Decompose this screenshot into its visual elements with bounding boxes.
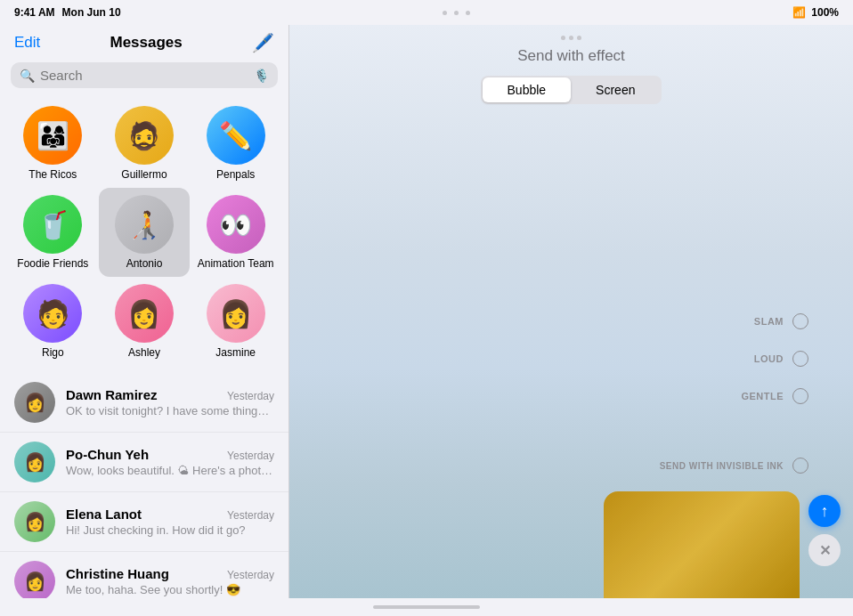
penpals-avatar: ✏️ <box>207 106 265 165</box>
christine-huang-top-row: Christine HuangYesterday <box>66 566 274 581</box>
pinned-contact-ashley[interactable]: 👩Ashley <box>99 277 191 366</box>
top-dot-2 <box>569 36 573 40</box>
search-icon: 🔍 <box>20 69 35 83</box>
elena-lanot-name: Elena Lanot <box>66 507 142 522</box>
wifi-icon: 📶 <box>792 6 806 19</box>
message-item-elena-lanot[interactable]: 👩Elena LanotYesterdayHi! Just checking i… <box>0 492 288 552</box>
right-content: Send with effect Bubble Screen SLAM <box>289 25 853 598</box>
search-bar: 🔍 🎙️ <box>11 62 278 88</box>
loud-radio[interactable] <box>792 351 808 367</box>
send-effect-panel: Send with effect Bubble Screen SLAM <box>289 25 853 598</box>
top-dot-1 <box>561 36 565 40</box>
the-ricos-avatar: 👨‍👩‍👧 <box>23 106 82 165</box>
microphone-icon[interactable]: 🎙️ <box>254 69 269 83</box>
slam-option[interactable]: SLAM <box>754 313 808 329</box>
dot-1 <box>443 11 447 15</box>
top-dot-3 <box>577 36 581 40</box>
loud-option[interactable]: LOUD <box>754 351 808 367</box>
screen-tab[interactable]: Screen <box>571 77 660 102</box>
pochun-yeh-top-row: Po-Chun YehYesterday <box>66 447 274 462</box>
invisible-ink-option[interactable]: SEND WITH INVISIBLE INK <box>660 458 808 474</box>
dawn-ramirez-time: Yesterday <box>227 390 274 402</box>
penpals-label: Penpals <box>216 168 255 181</box>
send-effect-title: Send with effect <box>289 47 853 65</box>
gentle-option[interactable]: GENTLE <box>741 388 808 404</box>
status-bar: 9:41 AM Mon Jun 10 📶 100% <box>0 0 853 25</box>
message-preview-card <box>604 491 800 598</box>
battery-icon: 100% <box>811 6 839 19</box>
cancel-x-icon: ✕ <box>819 542 831 559</box>
status-date: Mon Jun 10 <box>62 6 121 19</box>
edit-button[interactable]: Edit <box>14 34 40 52</box>
pinned-contact-the-ricos[interactable]: 👨‍👩‍👧The Ricos <box>7 99 99 188</box>
effect-toggle: Bubble Screen <box>289 76 853 104</box>
pinned-contact-penpals[interactable]: ✏️Penpals <box>190 99 281 188</box>
bubble-tab[interactable]: Bubble <box>483 77 572 102</box>
effect-preview-area: SLAM LOUD GENTLE SEND WITH INVISIBLE INK <box>289 118 853 598</box>
slam-label: SLAM <box>754 316 784 327</box>
christine-huang-preview: Me too, haha. See you shortly! 😎 <box>66 583 274 596</box>
rigo-label: Rigo <box>42 346 64 359</box>
pinned-contact-foodie-friends[interactable]: 🥤Foodie Friends <box>7 188 99 277</box>
cancel-button[interactable]: ✕ <box>808 534 841 566</box>
jasmine-avatar: 👩 <box>207 284 265 343</box>
dot-2 <box>454 11 459 15</box>
search-input[interactable] <box>40 68 248 83</box>
message-item-dawn-ramirez[interactable]: 👩Dawn RamirezYesterdayOK to visit tonigh… <box>0 373 288 433</box>
pochun-yeh-name: Po-Chun Yeh <box>66 447 149 462</box>
home-indicator <box>0 598 853 616</box>
status-bar-left: 9:41 AM Mon Jun 10 <box>14 6 121 19</box>
dawn-ramirez-avatar: 👩 <box>14 382 55 423</box>
ashley-label: Ashley <box>128 346 160 359</box>
pinned-contact-rigo[interactable]: 🧑Rigo <box>7 277 99 366</box>
sidebar-title: Messages <box>110 34 183 52</box>
home-bar <box>373 605 480 609</box>
elena-lanot-preview: Hi! Just checking in. How did it go? <box>66 523 274 537</box>
loud-label: LOUD <box>754 353 784 364</box>
effect-toggle-group: Bubble Screen <box>481 76 662 104</box>
invisible-ink-label: SEND WITH INVISIBLE INK <box>660 461 784 471</box>
send-arrow-icon: ↑ <box>821 502 829 521</box>
elena-lanot-time: Yesterday <box>227 509 274 522</box>
card-overlay <box>604 491 800 598</box>
slam-radio[interactable] <box>792 313 808 329</box>
gentle-radio[interactable] <box>792 388 808 404</box>
effect-options: SLAM LOUD GENTLE <box>741 313 808 404</box>
guillermo-label: Guillermo <box>121 168 167 181</box>
ashley-avatar: 👩 <box>115 284 174 343</box>
elena-lanot-avatar: 👩 <box>14 501 55 542</box>
pinned-contact-jasmine[interactable]: 👩Jasmine <box>190 277 281 366</box>
message-list: 👩Dawn RamirezYesterdayOK to visit tonigh… <box>0 373 288 598</box>
status-bar-center <box>441 11 472 15</box>
pochun-yeh-preview: Wow, looks beautiful. 🌤 Here's a photo o… <box>66 464 274 477</box>
pinned-contact-guillermo[interactable]: 🧔Guillermo <box>99 99 191 188</box>
invisible-ink-radio[interactable] <box>792 458 808 474</box>
christine-huang-avatar: 👩 <box>14 561 55 598</box>
pochun-yeh-avatar: 👩 <box>14 442 55 482</box>
message-item-pochun-yeh[interactable]: 👩Po-Chun YehYesterdayWow, looks beautifu… <box>0 433 288 492</box>
elena-lanot-top-row: Elena LanotYesterday <box>66 507 274 522</box>
pochun-yeh-time: Yesterday <box>227 450 274 462</box>
elena-lanot-content: Elena LanotYesterdayHi! Just checking in… <box>66 507 274 537</box>
antonio-label: Antonio <box>126 257 163 270</box>
dawn-ramirez-name: Dawn Ramirez <box>66 387 158 402</box>
pinned-contact-antonio[interactable]: 🧑‍🦯Antonio <box>99 188 191 277</box>
animation-team-label: Animation Team <box>198 257 274 270</box>
dawn-ramirez-preview: OK to visit tonight? I have some things … <box>66 404 274 417</box>
foodie-friends-avatar: 🥤 <box>23 195 82 254</box>
the-ricos-label: The Ricos <box>28 168 77 181</box>
rigo-avatar: 🧑 <box>23 284 82 343</box>
dawn-ramirez-top-row: Dawn RamirezYesterday <box>66 387 274 402</box>
status-time: 9:41 AM <box>14 6 55 19</box>
main-layout: Edit Messages 🖊️ 🔍 🎙️ 👨‍👩‍👧The Ricos🧔Gui… <box>0 25 853 598</box>
christine-huang-time: Yesterday <box>227 569 274 581</box>
christine-huang-name: Christine Huang <box>66 566 169 581</box>
christine-huang-content: Christine HuangYesterdayMe too, haha. Se… <box>66 566 274 596</box>
send-button[interactable]: ↑ <box>808 495 841 527</box>
message-item-christine-huang[interactable]: 👩Christine HuangYesterdayMe too, haha. S… <box>0 552 288 598</box>
dot-3 <box>466 11 470 15</box>
pinned-contact-animation-team[interactable]: 👀Animation Team <box>190 188 281 277</box>
foodie-friends-label: Foodie Friends <box>17 257 88 270</box>
compose-button[interactable]: 🖊️ <box>252 32 274 53</box>
sidebar-header: Edit Messages 🖊️ <box>0 25 288 59</box>
